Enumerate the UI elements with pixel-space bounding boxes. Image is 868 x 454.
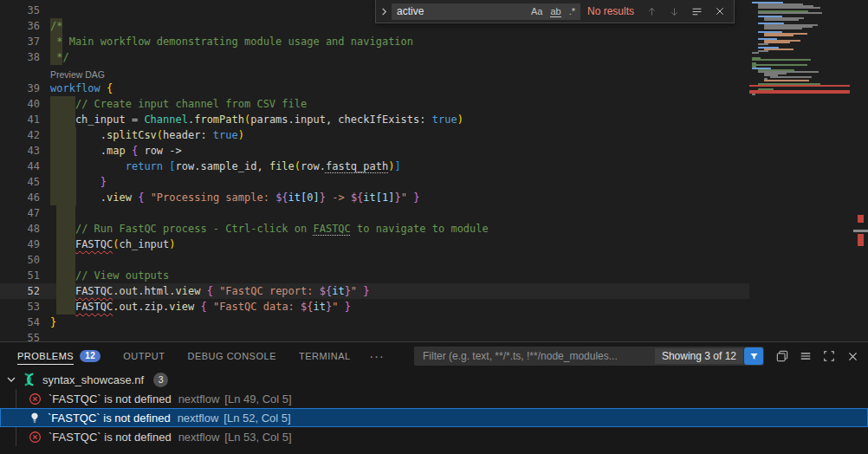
error-icon bbox=[29, 431, 42, 444]
find-widget: Aa ab .* No results bbox=[375, 0, 735, 23]
line-number: 40 bbox=[0, 98, 40, 110]
codelens-preview-dag[interactable]: Preview DAG bbox=[50, 69, 105, 81]
line-number: 51 bbox=[0, 269, 40, 282]
code-line[interactable]: 50 bbox=[0, 252, 749, 268]
toggle-replace-button[interactable] bbox=[376, 0, 392, 23]
problems-filter-input[interactable] bbox=[421, 349, 655, 363]
code-line[interactable]: 53 FASTQC.out.zip.view { "FastQC data: $… bbox=[0, 299, 749, 315]
more-actions-icon[interactable]: ··· bbox=[370, 349, 385, 363]
code-line[interactable]: 52 FASTQC.out.html.view { "FastQC report… bbox=[0, 283, 749, 299]
close-find-icon[interactable] bbox=[712, 4, 727, 19]
line-text: .view { "Processing sample: ${it[0]} -> … bbox=[50, 191, 419, 204]
line-text: workflow { bbox=[50, 82, 113, 94]
code-line[interactable]: 48 // Run FastQC process - Ctrl-click on… bbox=[0, 221, 749, 237]
error-icon bbox=[29, 392, 42, 405]
next-match-icon[interactable] bbox=[667, 4, 682, 19]
problem-location: [Ln 49, Col 5] bbox=[224, 392, 291, 405]
chevron-down-icon bbox=[7, 375, 16, 384]
find-actions bbox=[645, 4, 727, 19]
file-name: syntax_showcase.nf bbox=[42, 373, 144, 386]
code-line[interactable]: 39workflow { bbox=[0, 81, 749, 96]
find-input[interactable] bbox=[397, 5, 499, 17]
codelens-row: Preview DAG bbox=[0, 65, 749, 81]
line-text: return [row.sample_id, file(row.fastq_pa… bbox=[50, 160, 401, 172]
line-text: ch_input = Channel.fromPath(params.input… bbox=[50, 114, 463, 126]
view-as-table-icon[interactable] bbox=[772, 346, 793, 366]
showing-count-badge: Showing 3 of 12 bbox=[655, 348, 743, 364]
code-editor[interactable]: 3536/*37 * Main workflow demonstrating m… bbox=[0, 0, 868, 341]
problem-source: nextflow bbox=[178, 431, 220, 444]
code-line[interactable]: 41 ch_input = Channel.fromPath(params.in… bbox=[0, 112, 749, 127]
problem-source: nextflow bbox=[178, 392, 220, 405]
collapse-all-icon[interactable] bbox=[795, 346, 816, 366]
file-problem-count-badge: 3 bbox=[153, 373, 168, 387]
whole-word-icon[interactable]: ab bbox=[550, 6, 560, 17]
problem-row[interactable]: `FASTQC` is not definednextflow[Ln 52, C… bbox=[0, 408, 868, 427]
problem-location: [Ln 52, Col 5] bbox=[223, 412, 290, 425]
find-in-selection-icon[interactable] bbox=[690, 4, 704, 19]
problems-filter-box: Showing 3 of 12 bbox=[414, 347, 764, 366]
code-line[interactable]: 38 */ bbox=[0, 49, 749, 65]
line-text: } bbox=[50, 316, 56, 328]
tab-problems[interactable]: PROBLEMS12 bbox=[17, 342, 100, 370]
line-number: 44 bbox=[0, 160, 40, 172]
problem-message: `FASTQC` is not defined bbox=[48, 412, 171, 425]
tab-output[interactable]: OUTPUT bbox=[123, 342, 165, 370]
match-case-icon[interactable]: Aa bbox=[531, 6, 542, 16]
line-text: /* bbox=[50, 20, 62, 32]
regex-icon[interactable]: .* bbox=[569, 6, 575, 16]
code-line[interactable]: 49 FASTQC(ch_input) bbox=[0, 237, 749, 252]
tab-label: PROBLEMS bbox=[17, 343, 74, 369]
code-line[interactable]: 47 bbox=[0, 205, 749, 221]
line-number: 41 bbox=[0, 114, 40, 126]
line-number: 48 bbox=[0, 223, 40, 235]
tab-debug-console[interactable]: DEBUG CONSOLE bbox=[188, 342, 276, 370]
line-number: 42 bbox=[0, 129, 40, 141]
problems-tree: syntax_showcase.nf 3 `FASTQC` is not def… bbox=[0, 370, 868, 446]
overview-ruler[interactable] bbox=[853, 0, 868, 341]
line-number: 38 bbox=[0, 51, 40, 63]
line-number: 37 bbox=[0, 36, 40, 48]
find-options: Aa ab .* bbox=[531, 6, 575, 17]
previous-match-icon[interactable] bbox=[645, 4, 659, 19]
code-lines: 3536/*37 * Main workflow demonstrating m… bbox=[0, 3, 749, 346]
tab-label: DEBUG CONSOLE bbox=[188, 343, 276, 369]
minimap[interactable] bbox=[749, 2, 853, 97]
panel-header: PROBLEMS12OUTPUTDEBUG CONSOLETERMINAL ··… bbox=[0, 342, 868, 370]
problems-count-badge: 12 bbox=[80, 350, 100, 362]
code-line[interactable]: 42 .splitCsv(header: true) bbox=[0, 127, 749, 143]
error-marker bbox=[858, 215, 864, 223]
code-line[interactable]: 40 // Create input channel from CSV file bbox=[0, 96, 749, 112]
code-line[interactable]: 44 return [row.sample_id, file(row.fastq… bbox=[0, 159, 749, 174]
filter-icon[interactable] bbox=[744, 347, 763, 365]
lightbulb-icon bbox=[29, 412, 41, 424]
close-panel-icon[interactable] bbox=[842, 346, 863, 366]
code-line[interactable]: 51 // View outputs bbox=[0, 268, 749, 283]
problem-row[interactable]: `FASTQC` is not definednextflow[Ln 53, C… bbox=[0, 427, 868, 446]
line-text: * Main workflow demonstrating module usa… bbox=[50, 36, 413, 48]
line-number: 54 bbox=[0, 316, 40, 328]
tab-terminal[interactable]: TERMINAL bbox=[299, 342, 351, 370]
problem-location: [Ln 53, Col 5] bbox=[224, 431, 291, 444]
code-line[interactable]: 54} bbox=[0, 315, 749, 330]
line-text: // View outputs bbox=[50, 269, 169, 282]
line-text: FASTQC(ch_input) bbox=[50, 238, 176, 250]
problems-file-row[interactable]: syntax_showcase.nf 3 bbox=[0, 370, 868, 389]
maximize-panel-icon[interactable] bbox=[819, 346, 839, 366]
problem-source: nextflow bbox=[178, 412, 219, 425]
problem-row[interactable]: `FASTQC` is not definednextflow[Ln 49, C… bbox=[0, 389, 868, 408]
find-results-count: No results bbox=[587, 5, 634, 17]
selection-band bbox=[56, 205, 75, 221]
code-line[interactable]: 46 .view { "Processing sample: ${it[0]} … bbox=[0, 190, 749, 205]
code-line[interactable]: 43 .map { row -> bbox=[0, 143, 749, 159]
line-number: 47 bbox=[0, 207, 40, 219]
minimap-line bbox=[749, 95, 853, 97]
code-line[interactable]: 45 } bbox=[0, 174, 749, 190]
line-number: 35 bbox=[0, 4, 40, 16]
line-number: 50 bbox=[0, 254, 40, 266]
line-number: 43 bbox=[0, 145, 40, 157]
tab-label: OUTPUT bbox=[123, 343, 165, 369]
find-input-box: Aa ab .* bbox=[392, 3, 580, 20]
vscode-window: 3536/*37 * Main workflow demonstrating m… bbox=[0, 0, 868, 454]
code-line[interactable]: 37 * Main workflow demonstrating module … bbox=[0, 34, 749, 49]
